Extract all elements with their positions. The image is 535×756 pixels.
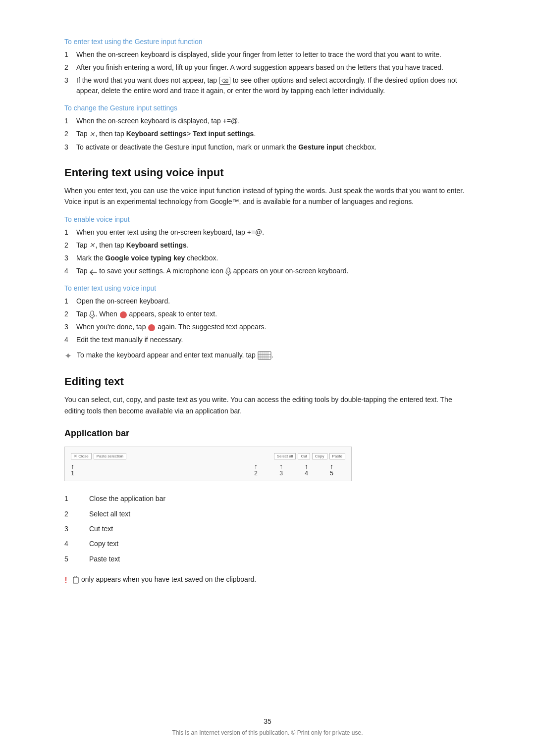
list-item: 3 Mark the Google voice typing key check… [64,253,471,263]
back-arrow-icon [89,268,97,275]
tip-star-icon: ✦ [64,351,72,361]
list-item: 3 To activate or deactivate the Gesture … [64,142,471,152]
app-bar-ref-table: 1 Close the application bar 2 Select all… [64,491,175,566]
ref-num: 1 [64,491,89,506]
enter-voice-heading: To enter text using voice input [64,284,471,292]
ref-label: Cut text [89,521,175,536]
red-dot-icon [120,311,127,318]
table-row: 5 Paste text [64,552,175,566]
bar-item-paste2: Paste [329,453,345,459]
bar-item-paste: Paste selection [94,453,126,459]
mic-icon-2 [89,310,95,319]
app-bar-diagram: ✕ Close Paste selection Select all Cut C… [64,447,352,481]
svg-rect-0 [227,268,230,272]
arrow-3: ↑ [279,463,283,470]
page-number: 35 [0,717,535,725]
x-symbol-icon: ✕ [89,129,95,140]
list-item: 2 Tap ✕, then tap Keyboard settings. [64,240,471,251]
gesture-enter-list: 1 When the on-screen keyboard is display… [64,50,471,96]
enter-voice-list: 1 Open the on-screen keyboard. 2 Tap . W… [64,296,471,345]
num-1: 1 [71,470,74,477]
page: To enter text using the Gesture input fu… [0,0,535,756]
num-2: 2 [254,470,258,477]
ref-num: 5 [64,552,89,566]
ref-label: Paste text [89,552,175,566]
arrow-1: ↑ [71,463,74,470]
list-item: 1 Open the on-screen keyboard. [64,296,471,306]
ref-label: Select all text [89,506,175,521]
arrow-5: ↑ [330,463,333,470]
gesture-change-heading: To change the Gesture input settings [64,104,471,112]
table-row: 2 Select all text [64,506,175,521]
svg-rect-12 [73,577,78,583]
list-item: 4 Edit the text manually if necessary. [64,335,471,345]
bar-item-cut: Cut [298,453,310,459]
bar-item-copy: Copy [312,453,327,459]
list-item: 1 When the on-screen keyboard is display… [64,50,471,60]
arrow-2: ↑ [254,463,258,470]
ref-label: Close the application bar [89,491,175,506]
num-3: 3 [279,470,283,477]
app-bar-heading: Application bar [64,428,471,439]
app-bar-inner: ✕ Close Paste selection Select all Cut C… [71,451,345,477]
num-5: 5 [330,470,333,477]
list-item: 1 When the on-screen keyboard is display… [64,116,471,126]
ref-label: Copy text [89,536,175,551]
ref-num: 2 [64,506,89,521]
list-item: 2 Tap . When appears, speak to enter tex… [64,309,471,319]
backspace-icon: ⌫ [219,77,230,85]
voice-input-description: When you enter text, you can use the voi… [64,185,471,207]
clipboard-icon [72,576,79,584]
mic-icon [225,267,231,276]
exclamation-icon: ! [64,574,67,587]
tip-text: To make the keyboard appear and enter te… [77,350,273,360]
list-item: 3 If the word that you want does not app… [64,75,471,96]
list-item: 3 When you're done, tap again. The sugge… [64,322,471,332]
arrow-4: ↑ [305,463,308,470]
list-item: 4 Tap to save your settings. A microphon… [64,266,471,276]
ref-num: 3 [64,521,89,536]
enable-voice-heading: To enable voice input [64,215,471,223]
table-row: 4 Copy text [64,536,175,551]
editing-main-heading: Editing text [64,375,471,388]
footer-text: This is an Internet version of this publ… [0,729,535,736]
gesture-enter-heading: To enter text using the Gesture input fu… [64,38,471,46]
list-item: 2 After you finish entering a word, lift… [64,62,471,73]
note-text: only appears when you have text saved on… [72,574,256,585]
x-symbol-icon: ✕ [89,240,95,251]
editing-description: You can select, cut, copy, and paste tex… [64,394,471,416]
table-row: 3 Cut text [64,521,175,536]
svg-rect-2 [91,311,94,315]
keyboard-grid-icon [258,351,271,360]
bar-item-close: ✕ Close [71,453,92,459]
footer: 35 This is an Internet version of this p… [0,717,535,736]
list-item: 2 Tap ✕, then tap Keyboard settings> Tex… [64,129,471,140]
enable-voice-list: 1 When you enter text using the on-scree… [64,227,471,277]
bar-item-sel-all: Select all [274,453,296,459]
ref-num: 4 [64,536,89,551]
note-box: ! only appears when you have text saved … [64,574,471,587]
num-4: 4 [305,470,308,477]
voice-input-main-heading: Entering text using voice input [64,166,471,179]
tip-box: ✦ To make the keyboard appear and enter … [64,350,471,361]
red-dot-icon-2 [148,324,155,331]
table-row: 1 Close the application bar [64,491,175,506]
list-item: 1 When you enter text using the on-scree… [64,227,471,238]
gesture-change-list: 1 When the on-screen keyboard is display… [64,116,471,152]
